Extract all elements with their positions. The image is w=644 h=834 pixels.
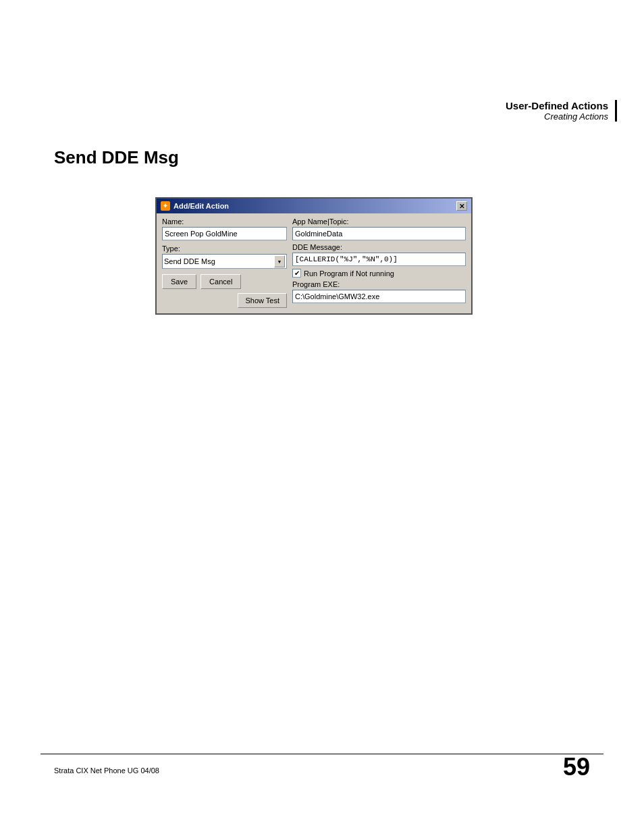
name-input[interactable] <box>162 227 287 240</box>
footer-divider <box>41 754 603 754</box>
page-title: Send DDE Msg <box>54 147 179 168</box>
app-name-input[interactable] <box>292 227 466 240</box>
save-cancel-row: Save Cancel <box>162 274 287 289</box>
footer-page-number: 59 <box>563 753 590 781</box>
header-title: User-Defined Actions <box>506 100 608 111</box>
dde-msg-row: DDE Message: <box>292 243 466 266</box>
cancel-button[interactable]: Cancel <box>200 274 241 289</box>
dde-msg-input[interactable] <box>292 253 466 266</box>
program-exe-input[interactable] <box>292 290 466 303</box>
app-name-label: App Name|Topic: <box>292 217 466 226</box>
dialog-close-button[interactable]: ✕ <box>456 201 467 211</box>
type-select-value: Send DDE Msg <box>164 257 215 265</box>
program-exe-row: Program EXE: <box>292 280 466 303</box>
run-program-checkbox-row[interactable]: ✔ Run Program if Not running <box>292 269 466 278</box>
header-section: User-Defined Actions Creating Actions <box>506 100 617 122</box>
footer-left-text: Strata CIX Net Phone UG 04/08 <box>54 766 159 775</box>
show-test-button[interactable]: Show Test <box>238 293 287 308</box>
dde-msg-label: DDE Message: <box>292 243 466 251</box>
program-exe-label: Program EXE: <box>292 280 466 288</box>
select-arrow-icon: ▼ <box>274 255 285 267</box>
titlebar-left: ✦ Add/Edit Action <box>161 201 229 211</box>
dialog-left-column: Name: Type: Send DDE Msg ▼ Save Cancel S… <box>162 217 287 308</box>
run-program-label: Run Program if Not running <box>304 269 394 278</box>
dialog-body: Name: Type: Send DDE Msg ▼ Save Cancel S… <box>157 213 471 313</box>
type-select[interactable]: Send DDE Msg ▼ <box>162 254 287 269</box>
dialog-app-icon: ✦ <box>161 201 170 211</box>
dialog-titlebar: ✦ Add/Edit Action ✕ <box>157 199 471 213</box>
name-label: Name: <box>162 217 287 226</box>
dialog-right-column: App Name|Topic: DDE Message: ✔ Run Progr… <box>292 217 466 308</box>
dialog-wrapper: ✦ Add/Edit Action ✕ Name: Type: Send DDE… <box>155 197 473 315</box>
save-button[interactable]: Save <box>162 274 196 289</box>
dialog-title-text: Add/Edit Action <box>173 202 229 210</box>
run-program-checkbox[interactable]: ✔ <box>292 269 301 278</box>
header-subtitle: Creating Actions <box>506 111 608 122</box>
add-edit-action-dialog: ✦ Add/Edit Action ✕ Name: Type: Send DDE… <box>155 197 473 315</box>
app-name-row: App Name|Topic: <box>292 217 466 240</box>
type-label: Type: <box>162 244 287 253</box>
show-test-row: Show Test <box>162 293 287 308</box>
